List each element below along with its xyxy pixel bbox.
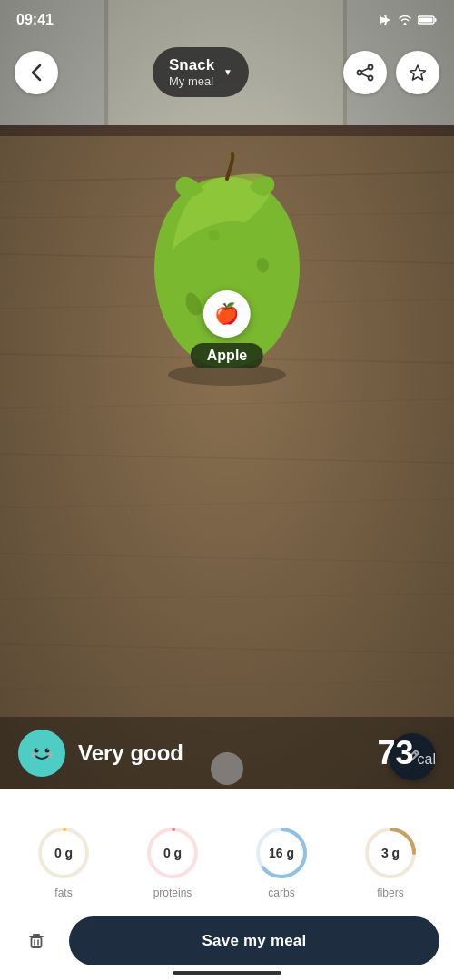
calorie-unit: cal <box>418 751 436 768</box>
carbs-circle: 16 g <box>253 825 310 881</box>
wood-texture <box>0 0 454 789</box>
svg-point-25 <box>358 70 362 74</box>
airplane-icon <box>378 13 392 27</box>
proteins-label: proteins <box>153 887 192 899</box>
star-icon <box>409 64 427 82</box>
top-nav: Snack My meal ▼ <box>0 47 454 97</box>
svg-point-32 <box>45 749 50 753</box>
svg-point-36 <box>47 752 53 758</box>
home-indicator <box>173 971 281 975</box>
food-name-label: Apple <box>191 343 263 368</box>
svg-line-27 <box>361 68 369 72</box>
svg-rect-22 <box>435 18 437 22</box>
back-icon <box>31 64 42 82</box>
macros-row: 0 g fats 0 g proteins 16 g <box>0 789 454 916</box>
svg-line-28 <box>361 74 369 77</box>
svg-point-34 <box>47 749 49 750</box>
battery-icon <box>418 15 438 25</box>
macro-carbs: 16 g carbs <box>253 825 310 899</box>
status-time: 09:41 <box>16 12 54 28</box>
macro-fibers: 3 g fibers <box>362 825 419 899</box>
delete-button[interactable] <box>15 919 58 963</box>
calorie-number: 73 <box>378 734 414 772</box>
macro-proteins: 0 g proteins <box>144 825 201 899</box>
fibers-value: 3 g <box>381 846 400 860</box>
macro-fats: 0 g fats <box>35 825 92 899</box>
calorie-display: 73 cal <box>378 734 437 772</box>
drag-handle[interactable] <box>211 752 243 785</box>
svg-point-26 <box>369 75 373 80</box>
svg-point-31 <box>35 749 39 753</box>
save-meal-button[interactable]: Save my meal <box>69 916 439 965</box>
share-button[interactable] <box>343 51 387 94</box>
meal-selector[interactable]: Snack My meal ▼ <box>153 47 249 97</box>
svg-rect-23 <box>419 18 433 23</box>
svg-rect-45 <box>32 937 42 947</box>
dropdown-arrow-icon: ▼ <box>223 67 232 77</box>
meal-title: Snack <box>169 56 214 74</box>
fibers-label: fibers <box>377 887 403 899</box>
rating-face <box>18 730 65 777</box>
carbs-value: 16 g <box>269 846 294 860</box>
nav-actions <box>343 51 439 94</box>
fats-value: 0 g <box>54 846 73 860</box>
meal-subtitle: My meal <box>169 74 214 88</box>
camera-background: 🍎 Apple <box>0 0 454 789</box>
proteins-circle: 0 g <box>144 825 201 881</box>
svg-point-33 <box>36 749 38 750</box>
svg-point-24 <box>369 64 373 69</box>
status-bar: 09:41 <box>0 0 454 40</box>
meal-text: Snack My meal <box>169 56 214 88</box>
svg-rect-19 <box>0 0 454 789</box>
svg-point-35 <box>31 752 36 758</box>
carbs-label: carbs <box>268 887 294 899</box>
status-icons <box>378 13 438 27</box>
food-badge[interactable]: 🍎 Apple <box>191 290 263 368</box>
proteins-value: 0 g <box>163 846 182 860</box>
fats-label: fats <box>54 887 72 899</box>
smiley-icon <box>25 737 58 769</box>
fats-circle: 0 g <box>35 825 92 881</box>
food-icon: 🍎 <box>203 290 251 338</box>
wifi-icon <box>398 13 412 27</box>
trash-icon <box>26 931 46 951</box>
share-icon <box>356 64 374 82</box>
back-button[interactable] <box>15 51 58 94</box>
fibers-circle: 3 g <box>362 825 419 881</box>
bottom-panel: 0 g fats 0 g proteins 16 g <box>0 789 454 980</box>
favorite-button[interactable] <box>396 51 439 94</box>
